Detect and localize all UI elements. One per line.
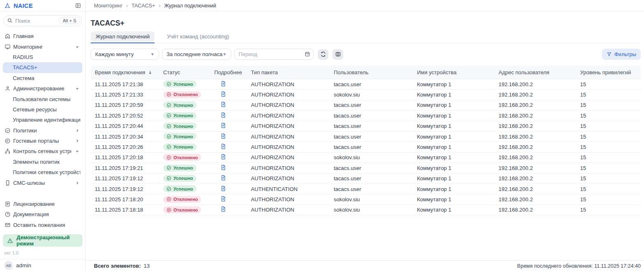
refresh-button[interactable] (318, 49, 328, 60)
column-header[interactable]: Пользователь (330, 69, 413, 75)
refresh-icon (320, 51, 326, 57)
status-label: Успешно (173, 134, 193, 139)
sidebar-item-network-device-policies[interactable]: Политики сетевых устройств (3, 167, 82, 177)
time-range-select[interactable]: За последние полчаса ▼ (162, 49, 231, 60)
details-icon[interactable] (220, 133, 227, 139)
details-icon[interactable] (220, 153, 227, 160)
details-icon[interactable] (220, 164, 227, 171)
sidebar-item-system-users[interactable]: Пользователи системы (3, 94, 82, 104)
brand-name: NAICE (14, 2, 33, 9)
sms-icon (4, 180, 11, 186)
monitor-icon (4, 44, 11, 50)
sidebar-item-network-resources[interactable]: Сетевые ресурсы (3, 104, 82, 115)
period-input[interactable] (234, 49, 314, 60)
tabs: Журнал подключений Учёт команд (accounti… (91, 33, 641, 43)
column-header-label: Тип пакета (251, 69, 278, 75)
sidebar-item-feedback[interactable]: Оставить пожелания (3, 220, 82, 230)
cell-status: Успешно (159, 133, 210, 140)
sidebar-item-tacacs[interactable]: TACACS+ (3, 62, 82, 73)
cell-address: 192.168.200.2 (494, 81, 576, 87)
sidebar-item-label: Управление идентификацией (13, 117, 80, 123)
sidebar-item-network-device-control[interactable]: Контроль сетевых устро... (3, 146, 82, 156)
sidebar-item-administration[interactable]: Администрирование (3, 83, 82, 94)
sidebar-item-system[interactable]: Система (3, 73, 82, 83)
sidebar-item-identity-management[interactable]: Управление идентификацией (3, 115, 82, 125)
status-badge: Успешно (163, 165, 197, 172)
cell-privilege: 15 (576, 113, 641, 119)
tab-connection-journal[interactable]: Журнал подключений (91, 33, 155, 43)
cell-time: 11.11.2025 17:21:33 (91, 92, 159, 98)
check-circle-icon (166, 176, 171, 181)
status-label: Отклонено (173, 207, 198, 212)
license-icon (4, 201, 11, 207)
cell-user: sokolov.siu (330, 196, 413, 203)
sidebar-item-policies[interactable]: Политики (3, 125, 82, 136)
collapse-sidebar-icon[interactable] (75, 2, 81, 9)
sidebar-item-guest-portals[interactable]: Гостевые порталы (3, 136, 82, 146)
warning-icon (7, 238, 13, 244)
check-circle-icon (166, 186, 171, 191)
cell-details (210, 164, 247, 172)
status-label: Успешно (173, 124, 193, 129)
sidebar-item-home[interactable]: Главная (3, 31, 82, 41)
sidebar-item-label: Контроль сетевых устро... (13, 148, 71, 154)
chevron-down-icon (74, 148, 80, 154)
details-icon[interactable] (220, 91, 227, 97)
refresh-interval-select[interactable]: Каждую минуту ▼ (91, 49, 159, 60)
cell-address: 192.168.200.2 (494, 207, 576, 213)
tab-command-accounting[interactable]: Учёт команд (accounting) (162, 33, 234, 43)
details-icon[interactable] (220, 196, 227, 202)
sidebar-item-policy-elements[interactable]: Элементы политик (3, 157, 82, 167)
cell-packet-type: AUTHORIZATION (247, 134, 330, 140)
details-icon[interactable] (220, 206, 227, 212)
cell-status: Успешно (159, 175, 210, 182)
sidebar-item-label: Система (13, 75, 34, 81)
details-icon[interactable] (220, 143, 227, 150)
columns-button[interactable] (333, 49, 343, 60)
sidebar-item-documentation[interactable]: Документация (3, 209, 82, 219)
cell-privilege: 15 (576, 123, 641, 129)
status-label: Отклонено (173, 155, 198, 160)
column-header[interactable]: Время подключения (91, 69, 159, 75)
cell-details (210, 112, 247, 120)
column-header[interactable]: Имя устройства (413, 69, 494, 75)
sidebar-item-radius[interactable]: RADIUS (3, 52, 82, 62)
details-icon[interactable] (220, 185, 227, 192)
avatar: AD (4, 261, 13, 270)
cell-details (210, 91, 247, 99)
period-field-wrap (234, 49, 314, 60)
sidebar-item-sms-gateways[interactable]: СМС-шлюзы (3, 177, 82, 188)
column-header[interactable]: Уровень привилегий (576, 69, 641, 75)
cell-details (210, 196, 247, 203)
filters-button[interactable]: Фильтры (602, 49, 641, 60)
details-icon[interactable] (220, 112, 227, 118)
cell-device: Коммутатор 1 (413, 102, 494, 108)
total-value: 13 (144, 263, 150, 269)
cell-details (210, 206, 247, 214)
status-label: Отклонено (173, 92, 198, 97)
column-header-label: Подробнее (214, 69, 242, 75)
column-header[interactable]: Подробнее (210, 69, 247, 75)
cell-packet-type: AUTHORIZATION (247, 154, 330, 160)
cell-details (210, 174, 247, 182)
column-header[interactable]: Статус (159, 69, 210, 75)
column-header[interactable]: Тип пакета (247, 69, 330, 75)
calendar-icon[interactable] (304, 51, 310, 57)
demo-mode-badge: Демонстрационный режим (3, 234, 82, 247)
details-icon[interactable] (220, 122, 227, 129)
details-icon[interactable] (220, 80, 227, 87)
user-menu[interactable]: AD admin (0, 259, 85, 271)
column-header[interactable]: Адрес пользователя (494, 69, 576, 75)
details-icon[interactable] (220, 174, 227, 181)
breadcrumb-monitoring[interactable]: Мониторинг (94, 3, 122, 9)
check-circle-icon (166, 134, 171, 139)
table-body: 11.11.2025 17:21:38УспешноAUTHORIZATIONt… (91, 79, 641, 215)
details-icon[interactable] (220, 101, 227, 108)
table-row: 11.11.2025 17:18:20ОтклоненоAUTHORIZATIO… (91, 194, 641, 205)
cell-packet-type: AUTHENTICATION (247, 186, 330, 192)
sidebar-item-label: Политики (13, 127, 37, 134)
breadcrumb-tacacs[interactable]: TACACS+ (131, 3, 155, 9)
sidebar-item-monitoring[interactable]: Мониторинг (3, 41, 82, 52)
sidebar-item-licensing[interactable]: Лицензирование (3, 199, 82, 209)
username: admin (16, 262, 31, 269)
